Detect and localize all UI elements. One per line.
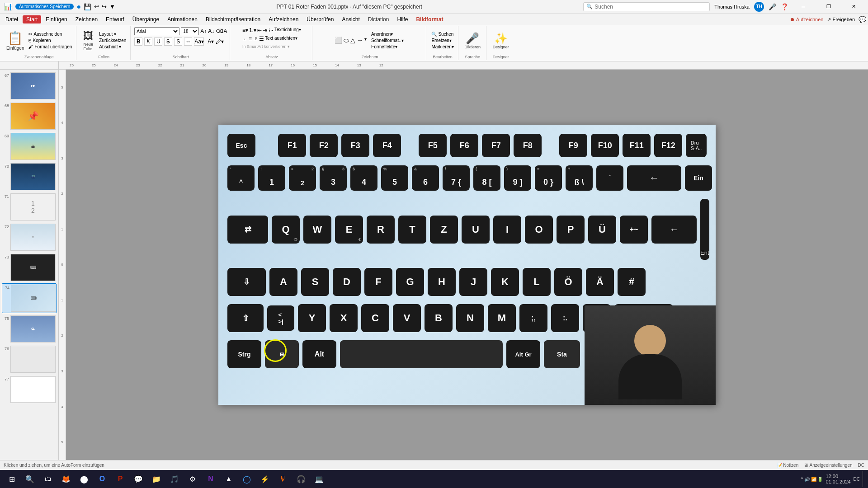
list-unordered-btn[interactable]: ≡▾: [242, 27, 248, 33]
decrease-font-btn[interactable]: A↓: [208, 28, 214, 34]
shadow-btn[interactable]: S: [174, 38, 182, 46]
taskbar-teams-btn[interactable]: 💬: [130, 471, 146, 487]
customize-btn[interactable]: ▼: [109, 3, 115, 10]
redo-btn[interactable]: ↪: [102, 3, 107, 10]
format-btn[interactable]: 🖌 Format übertragen: [27, 44, 73, 50]
list-ordered-btn[interactable]: 1.▾: [249, 27, 256, 33]
slide-thumb-75[interactable]: 75 🌥: [2, 314, 57, 343]
menu-bildformat[interactable]: Bildformat: [412, 15, 447, 23]
help-icon[interactable]: ❓: [781, 3, 788, 10]
search-input[interactable]: [594, 4, 694, 10]
italic-btn[interactable]: K: [144, 38, 152, 46]
notes-btn[interactable]: 📝 Notizen: [777, 463, 799, 468]
increase-font-btn[interactable]: A↑: [200, 28, 207, 34]
menu-uebergaenge[interactable]: Übergänge: [129, 15, 163, 23]
ausschneiden-btn[interactable]: ✂ Ausschneiden: [27, 31, 73, 37]
menu-datei[interactable]: Datei: [2, 15, 22, 23]
anordnen-btn[interactable]: Anordnen▾: [370, 31, 405, 37]
align-center-btn[interactable]: ≡: [249, 36, 252, 42]
taskbar-firefox-btn[interactable]: 🦊: [58, 471, 74, 487]
menu-animationen[interactable]: Animationen: [164, 15, 201, 23]
taskbar-explorer-btn[interactable]: 📁: [148, 471, 165, 487]
slide-thumb-74[interactable]: 74 ⌨: [2, 283, 57, 313]
ersetzen-btn[interactable]: Ersetzen▾: [430, 38, 455, 43]
shapes-more-btn[interactable]: ▾: [364, 37, 367, 44]
taskbar-search-btn[interactable]: 🔍: [22, 471, 38, 487]
highlight-color-btn[interactable]: 🖊▾: [216, 38, 224, 45]
taskbar-music-btn[interactable]: 🎵: [166, 471, 183, 487]
markieren-btn[interactable]: Markieren▾: [430, 44, 455, 50]
bold-btn[interactable]: B: [134, 38, 142, 46]
menu-ansicht[interactable]: Ansicht: [338, 15, 363, 23]
menu-dictation[interactable]: Dictation: [364, 15, 393, 23]
layout-btn[interactable]: Layout ▾: [98, 31, 127, 37]
align-justify-btn[interactable]: ☰: [259, 36, 264, 42]
display-settings-btn[interactable]: 🖥 Anzeigeeinstellungen: [804, 463, 852, 468]
ribbon-collapse-icon[interactable]: 🎤: [769, 3, 776, 10]
taskbar-app17-btn[interactable]: 🎧: [293, 471, 309, 487]
taskbar-app13-btn[interactable]: ▲: [221, 471, 237, 487]
slide-thumb-69[interactable]: 69 🏔: [2, 132, 57, 161]
smartart-btn[interactable]: In SmartArt konvertieren ▾: [242, 44, 290, 49]
underline-btn[interactable]: U: [154, 38, 162, 46]
taskbar-chrome-btn[interactable]: ⬤: [76, 471, 92, 487]
menu-zeichnen[interactable]: Zeichnen: [72, 15, 101, 23]
abschnitt-btn[interactable]: Abschnitt ▾: [98, 44, 127, 50]
taskbar-app16-btn[interactable]: 🎙: [275, 471, 291, 487]
taskbar-settings-btn[interactable]: ⚙: [184, 471, 201, 487]
taskbar-outlook-btn[interactable]: O: [94, 471, 110, 487]
taskbar-app14-btn[interactable]: ◯: [239, 471, 255, 487]
align-right-btn[interactable]: ⫡: [253, 36, 258, 42]
slide-thumb-70[interactable]: 70 🌃: [2, 162, 57, 191]
align-distribute-btn[interactable]: Text ausrichten▾: [265, 36, 297, 42]
schnellformatvorlage-btn[interactable]: Schnellformat..▾: [370, 38, 405, 43]
slide-thumb-77[interactable]: 77: [2, 375, 57, 404]
indent-more-btn[interactable]: ⇥: [263, 27, 267, 33]
indent-less-btn[interactable]: ⇤: [257, 27, 262, 33]
rect-icon[interactable]: ⬜: [335, 37, 342, 44]
slide-thumb-71[interactable]: 71 12: [2, 192, 57, 221]
slide-thumb-76[interactable]: 76: [2, 345, 57, 374]
arrow-icon[interactable]: →: [357, 37, 363, 44]
taskbar-clock[interactable]: 12:0001.01.2024: [826, 474, 850, 484]
menu-hilfe[interactable]: Hilfe: [393, 15, 411, 23]
freigeben-btn[interactable]: ↗ Freigeben: [827, 17, 855, 23]
char-spacing-btn[interactable]: ↔: [184, 38, 192, 46]
taskbar-start-btn[interactable]: ⊞: [4, 471, 20, 487]
font-size-select[interactable]: 18: [181, 27, 199, 35]
diktieren-btn[interactable]: 🎤 Diktieren: [463, 31, 483, 50]
taskbar-onenote-btn[interactable]: N: [203, 471, 219, 487]
slide-thumb-72[interactable]: 72 ⬆: [2, 223, 57, 252]
formeffekte-btn[interactable]: Formeffekte▾: [370, 44, 405, 50]
einfuegen-btn[interactable]: 📋 Einfügen: [5, 30, 26, 52]
minimize-button[interactable]: ─: [793, 0, 814, 14]
save-icon[interactable]: 💾: [84, 3, 91, 10]
kopieren-btn[interactable]: ⎘ Kopieren: [27, 38, 73, 43]
slide-thumb-68[interactable]: 68 📌: [2, 102, 57, 131]
taskbar-show-desktop-btn[interactable]: [863, 471, 864, 487]
taskbar-app15-btn[interactable]: ⚡: [257, 471, 273, 487]
slide-thumb-67[interactable]: 67 ▶▶: [2, 71, 57, 100]
suchen-btn[interactable]: 🔍 Suchen: [430, 31, 455, 37]
neue-folie-btn[interactable]: 🖼 NeueFolie: [80, 29, 96, 52]
menu-bildschirmpraestation[interactable]: Bildschirmpräsentation: [202, 15, 264, 23]
font-family-select[interactable]: Arial: [134, 27, 179, 35]
autosave-toggle[interactable]: Automatisches Speichern: [15, 4, 74, 9]
menu-start[interactable]: Start: [23, 15, 41, 23]
menu-entwurf[interactable]: Entwurf: [102, 15, 128, 23]
case-btn[interactable]: Aa▾: [194, 38, 204, 46]
clear-format-btn[interactable]: ⌫A: [216, 28, 227, 34]
taskbar-powerpoint-btn[interactable]: P: [112, 471, 128, 487]
restore-button[interactable]: ❐: [818, 0, 839, 14]
slide-thumb-73[interactable]: 73 ⌨: [2, 253, 57, 282]
triangle-icon[interactable]: △: [350, 37, 355, 44]
align-left-btn[interactable]: ⫠: [242, 36, 248, 42]
textrichtung-btn[interactable]: Textrichtung▾: [274, 27, 301, 33]
oval-icon[interactable]: ⬭: [344, 37, 349, 44]
taskbar-app18-btn[interactable]: 💻: [311, 471, 327, 487]
zuruecksetzen-btn[interactable]: Zurücksetzen: [98, 38, 127, 43]
taskbar-tray-icons[interactable]: ^ 🔊 📶 🔋: [801, 477, 823, 482]
designer-btn[interactable]: ✨ Designer: [491, 31, 511, 50]
aufzeichnen-btn[interactable]: ⏺ Aufzeichnen: [790, 17, 823, 22]
taskbar-taskview-btn[interactable]: 🗂: [40, 471, 56, 487]
